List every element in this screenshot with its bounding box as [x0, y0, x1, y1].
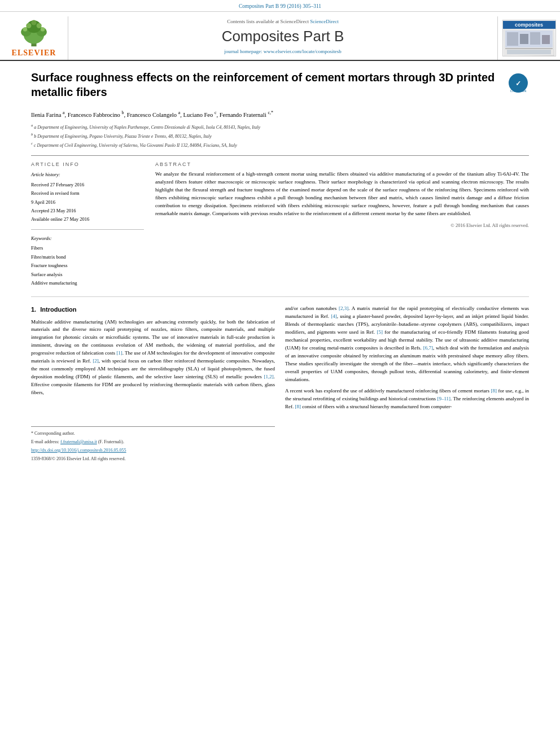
body-divider [31, 296, 529, 297]
composites-logo-label: composites [503, 21, 555, 29]
article-history: Article history: Received 27 February 20… [31, 171, 144, 224]
homepage-url[interactable]: www.elsevier.com/locate/compositesb [264, 49, 342, 54]
available-online: Available online 27 May 2016 [31, 215, 144, 223]
elsevier-tree-icon [14, 16, 54, 47]
composites-logo-section: composites [498, 16, 560, 60]
svg-point-5 [23, 27, 27, 31]
article-main: Surface roughness effects on the reinfor… [0, 61, 560, 470]
crossmark-badge: ✓ CrossMark [508, 72, 529, 95]
svg-point-6 [41, 27, 45, 31]
keyword-fibers: Fibers [31, 244, 144, 252]
ref-1-2[interactable]: [1,2] [264, 374, 274, 379]
keywords-list: Fibers Fibre/matrix bond Fracture toughn… [31, 244, 144, 287]
doi-link[interactable]: http://dx.doi.org/10.1016/j.compositesb.… [31, 448, 126, 453]
received-revised-label: Received in revised form [31, 189, 144, 197]
contents-line: Contents lists available at ScienceDirec… [227, 19, 339, 24]
footnote-issn: 1359-8368/© 2016 Elsevier Ltd. All right… [31, 456, 275, 462]
abstract-text: We analyze the flexural reinforcement of… [155, 171, 529, 218]
journal-header: ELSEVIER Contents lists available at Sci… [0, 12, 560, 61]
abstract-column: ABSTRACT We analyze the flexural reinfor… [155, 161, 529, 287]
keywords-label: Keywords: [31, 234, 144, 242]
elsevier-wordmark: ELSEVIER [12, 49, 56, 58]
ref-8b[interactable]: [8] [295, 404, 301, 409]
svg-text:CrossMark: CrossMark [510, 89, 527, 93]
authors-line: Ilenia Farina a, Francesco Fabbrocino b,… [31, 110, 529, 119]
elsevier-logo: ELSEVIER [12, 16, 56, 58]
affiliation-b: b b Department of Engineering, Pegaso Un… [31, 132, 529, 140]
intro-para-2: and/or carbon nanotubes [2,3]. A matrix … [285, 305, 529, 383]
svg-point-7 [26, 23, 31, 28]
composites-logo: composites [502, 20, 556, 56]
keyword-bond: Fibre/matrix bond [31, 253, 144, 261]
svg-text:✓: ✓ [515, 80, 521, 88]
keyword-surface: Surface analysis [31, 270, 144, 278]
affiliations: a a Department of Engineering, Universit… [31, 123, 529, 148]
keyword-additive: Additive manufacturing [31, 279, 144, 287]
ref-6-7[interactable]: [6,7] [423, 345, 433, 351]
body-col-left: 1. Introduction Multiscale additive manu… [31, 305, 275, 464]
ref-2-3[interactable]: [2,3] [339, 305, 348, 311]
copyright-line: © 2016 Elsevier Ltd. All rights reserved… [155, 222, 529, 228]
abstract-label: ABSTRACT [155, 161, 529, 167]
svg-rect-15 [542, 35, 550, 44]
article-info-abstract: ARTICLE INFO Article history: Received 2… [31, 155, 529, 287]
received-revised-date: 9 April 2016 [31, 198, 144, 206]
keywords-section: Keywords: Fibers Fibre/matrix bond Fract… [31, 234, 144, 287]
svg-rect-14 [530, 32, 540, 45]
history-divider [31, 229, 144, 230]
ref-4[interactable]: [4] [331, 313, 337, 319]
footnote-section: * Corresponding author. E-mail address: … [31, 426, 275, 462]
svg-point-8 [37, 23, 42, 28]
affiliation-c: c c Department of Civil Engineering, Uni… [31, 141, 529, 149]
affiliation-a: a a Department of Engineering, Universit… [31, 123, 529, 131]
elsevier-logo-section: ELSEVIER [0, 16, 68, 60]
journal-citation: Composites Part B 99 (2016) 305–311 [239, 3, 321, 9]
footnote-email: E-mail address: f.fraternali@unisa.it (F… [31, 439, 275, 445]
intro-para-3: A recent work has explored the use of ad… [285, 387, 529, 411]
email-name: (F. Fraternali). [98, 439, 124, 444]
intro-para-1: Multiscale additive manufacturing (AM) t… [31, 318, 275, 397]
article-title: Surface roughness effects on the reinfor… [31, 70, 502, 99]
svg-rect-12 [507, 32, 518, 46]
svg-rect-17 [507, 50, 551, 54]
accepted-date: Accepted 23 May 2016 [31, 207, 144, 215]
received-date: Received 27 February 2016 [31, 181, 144, 189]
article-info-column: ARTICLE INFO Article history: Received 2… [31, 161, 144, 287]
journal-title: Composites Part B [222, 28, 344, 45]
journal-homepage: journal homepage: www.elsevier.com/locat… [224, 49, 341, 54]
email-link[interactable]: f.fraternali@unisa.it [60, 439, 97, 444]
journal-title-section: Contents lists available at ScienceDirec… [68, 16, 498, 60]
ref-5[interactable]: [5] [377, 329, 383, 335]
sciencedirect-link[interactable]: ScienceDirect [310, 19, 338, 24]
body-col-right: and/or carbon nanotubes [2,3]. A matrix … [285, 305, 529, 464]
keyword-fracture: Fracture toughness [31, 261, 144, 269]
top-bar: Composites Part B 99 (2016) 305–311 [0, 0, 560, 12]
email-label: E-mail address: [31, 439, 60, 444]
footnote-doi: http://dx.doi.org/10.1016/j.compositesb.… [31, 447, 275, 454]
ref-1[interactable]: [1] [116, 350, 123, 356]
body-content: 1. Introduction Multiscale additive manu… [31, 305, 529, 464]
svg-rect-13 [520, 34, 528, 44]
footnote-corresponding: * Corresponding author. [31, 430, 275, 437]
ref-9-11[interactable]: [9–11] [437, 396, 450, 401]
intro-heading: 1. Introduction [31, 305, 275, 314]
article-info-label: ARTICLE INFO [31, 161, 144, 167]
ref-2a[interactable]: [2] [93, 358, 99, 364]
svg-point-9 [31, 20, 36, 25]
history-label: Article history: [31, 171, 144, 178]
ref-8a[interactable]: [8] [491, 388, 497, 394]
composites-logo-image [504, 29, 554, 56]
